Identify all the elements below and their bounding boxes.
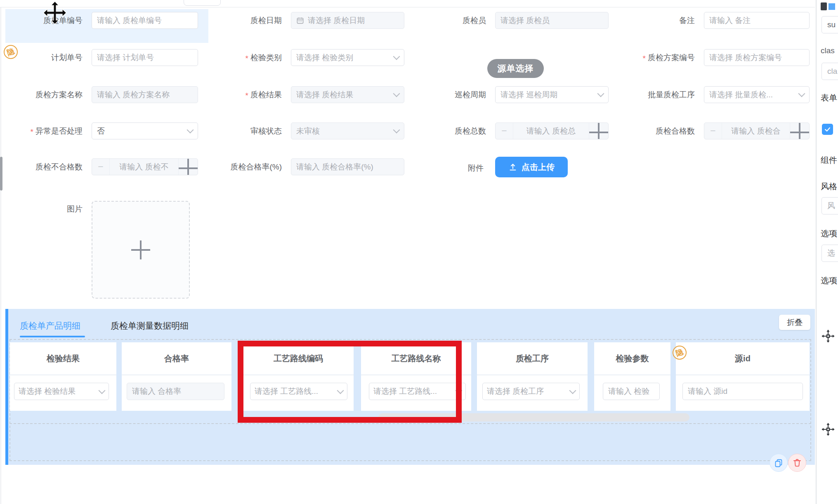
chevron-down-icon [393, 53, 400, 60]
column-header: 检验参数 [594, 342, 670, 375]
red-highlight-box [238, 341, 462, 423]
field-inspector: 质检员 请选择 质检员 [388, 12, 609, 29]
minus-icon[interactable]: − [496, 123, 513, 139]
placeholder: 请选择 质检结果 [296, 89, 391, 100]
field-label: 批量质检工序 [648, 89, 695, 100]
sidebar-class-label: clas [821, 46, 835, 55]
field-label: 异常是否处理 [35, 126, 83, 137]
attachment-label: 附件 [446, 163, 484, 174]
field-label: 质检方案名称 [35, 89, 83, 100]
placeholder: 请选择 巡检周期 [500, 89, 595, 100]
delete-row-button[interactable] [788, 454, 806, 472]
selected-value: 未审核 [296, 126, 391, 137]
placeholder: 请输入 质检不 [110, 159, 178, 175]
qc-result-select[interactable]: 请选择 质检结果 [291, 86, 404, 103]
trash-icon [792, 458, 802, 468]
sidebar-options-label-2: 选项 [821, 275, 837, 286]
field-patrol-cycle: 巡检周期 请选择 巡检周期 [388, 86, 609, 103]
top-separator [0, 7, 815, 7]
drag-handle-icon[interactable] [821, 422, 836, 437]
image-label: 图片 [41, 204, 83, 214]
collapse-button[interactable]: 折叠 [779, 315, 810, 330]
placeholder: 请输入 质检总 [513, 123, 589, 139]
left-scrollbar-track [0, 7, 1, 504]
placeholder: 请选择 质检日期 [308, 15, 399, 26]
audit-status-select[interactable]: 未审核 [291, 122, 404, 139]
source-select-button[interactable]: 源单选择 [487, 59, 544, 78]
column-inspect-result: 检验结果 请选择 检验结果 [10, 342, 116, 411]
inspect-type-select[interactable]: 请选择 检验类别 [291, 49, 404, 66]
inspect-param-input[interactable] [603, 383, 660, 400]
batch-process-select[interactable]: 请选择 批量质检... [704, 86, 810, 103]
selected-value: 否 [97, 126, 184, 137]
upload-icon [508, 163, 517, 172]
qc-total-stepper[interactable]: − 请输入 质检总 + [495, 122, 609, 139]
inspect-param-input[interactable] [607, 386, 655, 396]
image-upload-box[interactable] [92, 201, 190, 299]
remark-input[interactable] [704, 12, 810, 29]
upload-button[interactable]: 点击上传 [495, 157, 568, 177]
column-header: 合格率 [122, 342, 231, 375]
placeholder: 请选择 质检员 [500, 15, 603, 26]
pass-rate-cell-input[interactable] [131, 386, 220, 396]
field-remark: 备注 [594, 12, 810, 29]
hidden-field-badge: 隐 [4, 45, 18, 59]
top-cropped-button[interactable] [184, 0, 221, 6]
required-asterisk: * [245, 92, 248, 99]
field-label: 质检合格数 [656, 126, 695, 137]
minus-icon[interactable]: − [92, 159, 110, 175]
pass-rate-input[interactable]: 请输入 质检合格率(%) [291, 158, 404, 175]
chevron-down-icon [99, 387, 106, 394]
placeholder: 请选择 检验类别 [296, 52, 391, 63]
chevron-down-icon [569, 387, 576, 394]
scheme-no-input[interactable] [709, 53, 804, 62]
plus-icon [131, 240, 150, 259]
left-scrollbar-thumb[interactable] [0, 157, 2, 191]
field-audit-status: 审核状态 未审核 [177, 122, 404, 139]
tab-product-detail[interactable]: 质检单产品明细 [20, 319, 80, 333]
field-qc-fail: 质检不合格数 − 请输入 质检不 + [8, 158, 198, 175]
sidebar-style-label: 风格 [821, 181, 837, 192]
field-label: 备注 [679, 15, 695, 26]
inspect-result-select[interactable]: 请选择 检验结果 [14, 383, 109, 400]
sidebar-section-component: 组件 [821, 155, 837, 166]
field-label: 质检员 [463, 15, 486, 26]
inspector-select[interactable]: 请选择 质检员 [495, 12, 609, 29]
sidebar-field-input[interactable]: su [821, 16, 838, 33]
sidebar-checkbox[interactable] [822, 124, 833, 135]
field-label: 质检方案编号 [648, 52, 695, 63]
sidebar-options-label: 选项 [821, 228, 837, 239]
qc-date-picker[interactable]: 请选择 质检日期 [291, 12, 404, 29]
sidebar-options-input[interactable]: 选 [821, 245, 838, 262]
column-source-id: 源id [676, 342, 810, 411]
field-label: 审核状态 [250, 126, 282, 137]
drag-handle-icon[interactable] [821, 329, 836, 344]
sidebar-cropped-highlight [829, 3, 835, 10]
minus-icon[interactable]: − [704, 123, 722, 139]
sidebar-section-form: 表单 [821, 92, 837, 104]
patrol-cycle-select[interactable]: 请选择 巡检周期 [495, 86, 609, 103]
field-inspect-type: *检验类别 请选择 检验类别 [177, 49, 404, 66]
source-id-input[interactable] [682, 383, 803, 400]
check-icon [824, 126, 831, 133]
placeholder: 请输入 质检合 [722, 123, 790, 139]
tab-measure-detail[interactable]: 质检单测量数据明细 [111, 319, 189, 333]
qc-process-select[interactable]: 请选择 质检工序 [482, 383, 580, 400]
field-label: 质检结果 [250, 89, 282, 100]
qc-pass-stepper[interactable]: − 请输入 质检合 + [704, 122, 810, 139]
remark-input[interactable] [709, 16, 804, 25]
sidebar-style-input[interactable]: 风 [821, 197, 838, 214]
panel-left-accent [5, 309, 8, 465]
required-asterisk: * [31, 128, 33, 136]
column-pass-rate: 合格率 [122, 342, 231, 411]
column-header: 源id [676, 342, 810, 375]
pass-rate-cell-input[interactable] [127, 383, 224, 400]
copy-row-button[interactable] [770, 454, 788, 472]
sidebar-class-input[interactable]: cla [821, 63, 838, 80]
field-label: 质检合格率(%) [230, 162, 282, 172]
field-label: 质检不合格数 [35, 162, 83, 172]
plus-icon[interactable]: + [790, 123, 809, 139]
field-label: 计划单号 [51, 52, 83, 63]
scheme-no-input[interactable] [704, 49, 810, 66]
source-id-input[interactable] [687, 386, 798, 396]
